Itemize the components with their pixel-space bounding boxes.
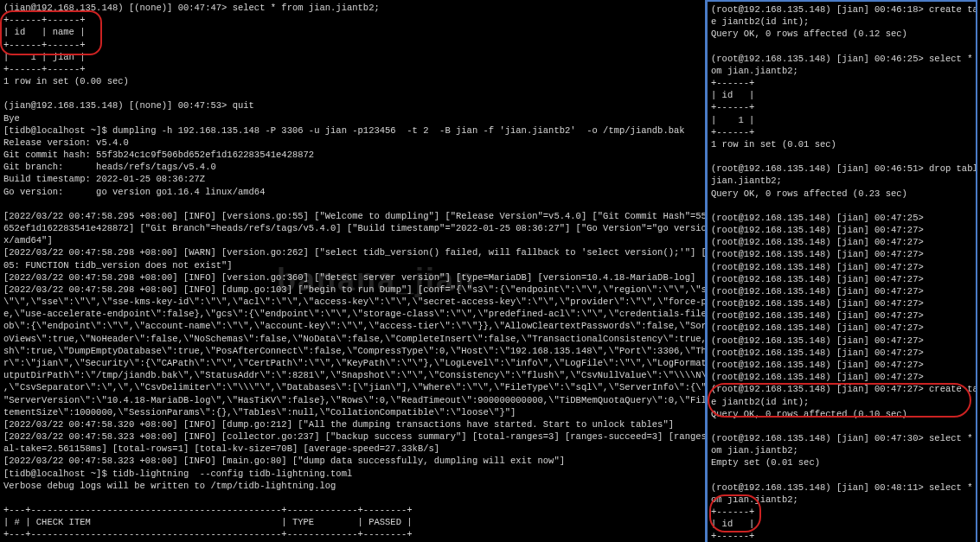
terminal-output-left: (jian@192.168.135.148) [(none)] 00:47:47…	[3, 2, 701, 542]
right-terminal-line: (root@192.168.135.148) [jian] 00:48:11> …	[711, 481, 972, 494]
right-terminal-line	[711, 41, 972, 53]
right-terminal-line: e jiantb2(id int);	[711, 16, 972, 28]
left-terminal-line: oViews\":true,\"NoHeader\":false,\"NoSch…	[3, 333, 701, 345]
right-terminal-line: +------+	[711, 530, 972, 542]
right-terminal-line: (root@192.168.135.148) [jian] 00:46:18> …	[711, 3, 972, 16]
right-terminal-line	[711, 150, 972, 163]
left-terminal-line	[3, 198, 701, 210]
left-terminal-line: | # | CHECK ITEM | TYPE | PASSED |	[3, 516, 701, 528]
left-terminal-line: +---+-----------------------------------…	[3, 528, 701, 540]
right-terminal-line: | id |	[711, 89, 972, 101]
right-terminal-line: (root@192.168.135.148) [jian] 00:47:27>	[711, 261, 972, 273]
right-terminal-line: jian.jiantb2;	[711, 175, 972, 187]
right-terminal-line: (root@192.168.135.148) [jian] 00:47:27> …	[711, 383, 972, 395]
right-terminal-line: (root@192.168.135.148) [jian] 00:47:27>	[711, 322, 972, 334]
left-terminal-line: 05: FUNCTION tidb_version does not exist…	[3, 259, 701, 271]
right-terminal-line: (root@192.168.135.148) [jian] 00:47:27>	[711, 285, 972, 297]
right-terminal-line: | 1 |	[711, 114, 972, 126]
left-terminal-line: Git commit hash: 55f3b24c1c9f506bd652ef1…	[3, 149, 701, 161]
right-terminal-line: (root@192.168.135.148) [jian] 00:46:51> …	[711, 163, 972, 175]
left-terminal-line: | id | name |	[3, 26, 701, 38]
left-terminal-line: [2022/03/22 00:47:58.323 +08:00] [INFO] …	[3, 430, 701, 443]
left-terminal-line	[3, 492, 701, 504]
right-terminal-line: om jian.jiantb2;	[711, 65, 972, 77]
right-terminal-line	[711, 200, 972, 212]
left-terminal-line: ob\":{\"endpoint\":\"\",\"account-name\"…	[3, 320, 701, 332]
right-terminal-line: +------+	[711, 126, 972, 138]
right-terminal-line: (root@192.168.135.148) [jian] 00:47:27>	[711, 248, 972, 260]
left-terminal-line: [2022/03/22 00:47:58.320 +08:00] [INFO] …	[3, 418, 701, 430]
right-terminal-line: (root@192.168.135.148) [jian] 00:47:27>	[711, 273, 972, 285]
right-terminal-line: Empty set (0.01 sec)	[711, 456, 972, 469]
right-terminal-line: om jian.jiantb2;	[711, 494, 972, 506]
terminal-pane-right[interactable]: (root@192.168.135.148) [jian] 00:46:18> …	[708, 0, 977, 542]
left-terminal-line: [2022/03/22 00:47:58.298 +08:00] [INFO] …	[3, 271, 701, 284]
right-terminal-line: om jian.jiantb2;	[711, 444, 972, 456]
left-terminal-line: ,\"CsvSeparator\":\",\",\"CsvDelimiter\"…	[3, 381, 701, 393]
right-terminal-line: (root@192.168.135.148) [jian] 00:47:25>	[711, 212, 972, 224]
left-terminal-line: 652ef1d162283541e428872] ["Git Branch"=h…	[3, 222, 701, 234]
left-terminal-line	[3, 87, 701, 99]
left-terminal-line: [2022/03/22 00:47:58.298 +08:00] [WARN] …	[3, 246, 701, 258]
right-terminal-line: (root@192.168.135.148) [jian] 00:46:25> …	[711, 53, 972, 65]
left-terminal-line: Go version: go version go1.16.4 linux/am…	[3, 186, 701, 198]
right-terminal-line: (root@192.168.135.148) [jian] 00:47:27>	[711, 335, 972, 347]
left-terminal-line: +---+-----------------------------------…	[3, 504, 701, 516]
left-terminal-line: [2022/03/22 00:47:58.298 +08:00] [INFO] …	[3, 284, 701, 296]
right-terminal-line: e jiantb2(id int);	[711, 396, 972, 408]
left-terminal-line: +------+------+	[3, 39, 701, 51]
left-terminal-line: 1 row in set (0.00 sec)	[3, 75, 701, 87]
right-terminal-line: Query OK, 0 rows affected (0.23 sec)	[711, 188, 972, 200]
left-terminal-line: [tidb@localhost ~]$ tidb-lightning --con…	[3, 468, 701, 480]
right-terminal-line: (root@192.168.135.148) [jian] 00:47:27>	[711, 371, 972, 383]
left-terminal-line: Release version: v5.4.0	[3, 137, 701, 149]
right-terminal-line: (root@192.168.135.148) [jian] 00:47:30> …	[711, 432, 972, 444]
right-terminal-line	[711, 420, 972, 432]
left-terminal-line: "ServerVersion\":\"10.4.18-MariaDB-log\"…	[3, 394, 701, 406]
left-terminal-line: Build timestamp: 2022-01-25 08:36:27Z	[3, 173, 701, 185]
right-terminal-line: (root@192.168.135.148) [jian] 00:47:27>	[711, 224, 972, 236]
left-terminal-line: [2022/03/22 00:47:58.323 +08:00] [INFO] …	[3, 455, 701, 467]
left-terminal-line: \"\",\"sse\":\"\",\"sse-kms-key-id\":\"\…	[3, 296, 701, 308]
terminal-output-right: (root@192.168.135.148) [jian] 00:46:18> …	[711, 3, 972, 542]
right-terminal-line: (root@192.168.135.148) [jian] 00:47:27>	[711, 309, 972, 322]
right-terminal-line: +------+	[711, 77, 972, 89]
left-terminal-line: r\":\"jian\",\"Security\":{\"CAPath\":\"…	[3, 357, 701, 369]
left-terminal-line: (jian@192.168.135.148) [(none)] 00:47:53…	[3, 99, 701, 112]
left-terminal-line: (jian@192.168.135.148) [(none)] 00:47:47…	[3, 2, 701, 14]
left-terminal-line: tementSize\":1000000,\"SessionParams\":{…	[3, 406, 701, 418]
left-terminal-line: Bye	[3, 112, 701, 124]
left-terminal-line: al-take=2.561158ms] [total-rows=1] [tota…	[3, 443, 701, 455]
terminal-pane-left[interactable]: (jian@192.168.135.148) [(none)] 00:47:47…	[0, 0, 708, 542]
right-terminal-line: +------+	[711, 101, 972, 113]
left-terminal-line: Git branch: heads/refs/tags/v5.4.0	[3, 161, 701, 173]
left-terminal-line: utputDirPath\":\"/tmp/jiandb.bak\",\"Sta…	[3, 369, 701, 381]
left-terminal-line: Verbose debug logs will be written to /t…	[3, 480, 701, 492]
left-terminal-line: | 1 | jian |	[3, 51, 701, 63]
left-terminal-line: +------+------+	[3, 14, 701, 26]
left-terminal-line: +------+------+	[3, 63, 701, 75]
right-terminal-line	[711, 469, 972, 481]
right-terminal-line: | id |	[711, 518, 972, 530]
left-terminal-line: [tidb@localhost ~]$ dumpling -h 192.168.…	[3, 124, 701, 137]
right-terminal-line: (root@192.168.135.148) [jian] 00:47:27>	[711, 297, 972, 309]
right-terminal-line: (root@192.168.135.148) [jian] 00:47:27>	[711, 359, 972, 371]
right-terminal-line: (root@192.168.135.148) [jian] 00:47:27>	[711, 347, 972, 359]
left-terminal-line: [2022/03/22 00:47:58.295 +08:00] [INFO] …	[3, 210, 701, 222]
left-terminal-line: x/amd64"]	[3, 234, 701, 246]
left-terminal-line: sh\":true,\"DumpEmptyDatabase\":true,\"P…	[3, 345, 701, 357]
right-terminal-line: Query OK, 0 rows affected (0.12 sec)	[711, 28, 972, 40]
right-terminal-line: Query OK, 0 rows affected (0.10 sec)	[711, 408, 972, 420]
right-terminal-line: (root@192.168.135.148) [jian] 00:47:27>	[711, 236, 972, 248]
left-terminal-line: e,\"use-accelerate-endpoint\":false},\"g…	[3, 308, 701, 320]
right-terminal-line: +------+	[711, 506, 972, 518]
right-terminal-line: 1 row in set (0.01 sec)	[711, 138, 972, 150]
